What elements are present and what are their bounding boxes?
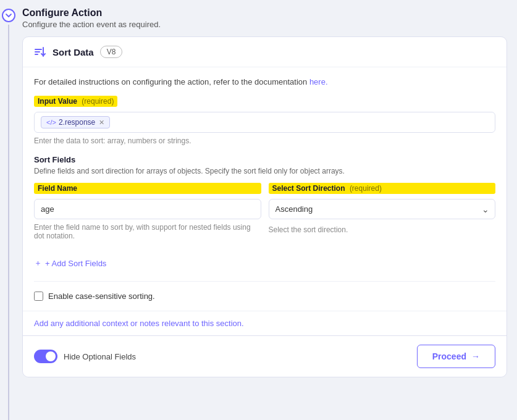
card-title: Sort Data bbox=[53, 47, 94, 57]
sort-direction-select-wrapper: Ascending Descending ⌄ bbox=[269, 199, 496, 219]
info-text: For detailed instructions on configuring… bbox=[34, 77, 495, 86]
left-rail bbox=[0, 0, 17, 420]
step-icon bbox=[2, 9, 15, 22]
sort-direction-label: Select Sort Direction (required) bbox=[269, 183, 496, 194]
field-name-label: Field Name bbox=[34, 183, 261, 194]
page-title: Configure Action bbox=[22, 7, 507, 19]
page-subtitle: Configure the action event as required. bbox=[22, 20, 507, 29]
tag-remove-button[interactable]: ✕ bbox=[99, 119, 104, 127]
tag-text: 2.response bbox=[59, 118, 95, 127]
case-sensitive-row: Enable case-sensitive sorting. bbox=[34, 292, 495, 301]
sort-fields-desc: Define fields and sort direction for arr… bbox=[34, 167, 495, 175]
field-name-col: Field Name Enter the field name to sort … bbox=[34, 183, 261, 271]
sort-fields-title: Sort Fields bbox=[34, 155, 495, 164]
configure-action-card: Sort Data V8 For detailed instructions o… bbox=[22, 36, 507, 377]
input-value-box[interactable]: </> 2.response ✕ bbox=[34, 112, 495, 133]
toggle-knob bbox=[46, 351, 56, 361]
divider bbox=[34, 281, 495, 282]
sort-direction-col: Select Sort Direction (required) Ascendi… bbox=[269, 183, 496, 244]
card-body: For detailed instructions on configuring… bbox=[23, 67, 506, 311]
footer-bar: Hide Optional Fields Proceed → bbox=[23, 335, 506, 377]
input-value-tag: </> 2.response ✕ bbox=[41, 116, 110, 128]
proceed-button[interactable]: Proceed → bbox=[417, 345, 495, 368]
sort-fields-grid: Field Name Enter the field name to sort … bbox=[34, 183, 495, 271]
input-value-hint: Enter the data to sort: array, numbers o… bbox=[34, 136, 495, 145]
sort-direction-hint: Select the sort direction. bbox=[269, 225, 496, 234]
hide-optional-fields-toggle[interactable] bbox=[34, 350, 57, 363]
input-value-label: Input Value (required) bbox=[34, 96, 117, 107]
toggle-row: Hide Optional Fields bbox=[34, 350, 136, 363]
version-badge: V8 bbox=[100, 46, 123, 58]
code-icon: </> bbox=[46, 119, 56, 126]
additional-context-link[interactable]: Add any additional context or notes rele… bbox=[23, 311, 506, 335]
case-sensitive-label: Enable case-sensitive sorting. bbox=[48, 292, 155, 301]
case-sensitive-checkbox[interactable] bbox=[34, 292, 43, 301]
sort-data-icon bbox=[34, 46, 46, 57]
rail-line bbox=[8, 25, 9, 420]
card-header: Sort Data V8 bbox=[23, 37, 506, 67]
add-sort-fields-button[interactable]: ＋ + Add Sort Fields bbox=[34, 255, 261, 271]
sort-direction-select[interactable]: Ascending Descending bbox=[269, 199, 496, 219]
main-content: Configure Action Configure the action ev… bbox=[17, 0, 517, 420]
plus-icon: ＋ bbox=[34, 258, 42, 269]
field-name-hint: Enter the field name to sort by, with su… bbox=[34, 223, 261, 240]
arrow-icon: → bbox=[471, 351, 480, 361]
toggle-label: Hide Optional Fields bbox=[64, 352, 136, 361]
field-name-input[interactable] bbox=[34, 199, 261, 219]
docs-link[interactable]: here. bbox=[309, 77, 328, 86]
